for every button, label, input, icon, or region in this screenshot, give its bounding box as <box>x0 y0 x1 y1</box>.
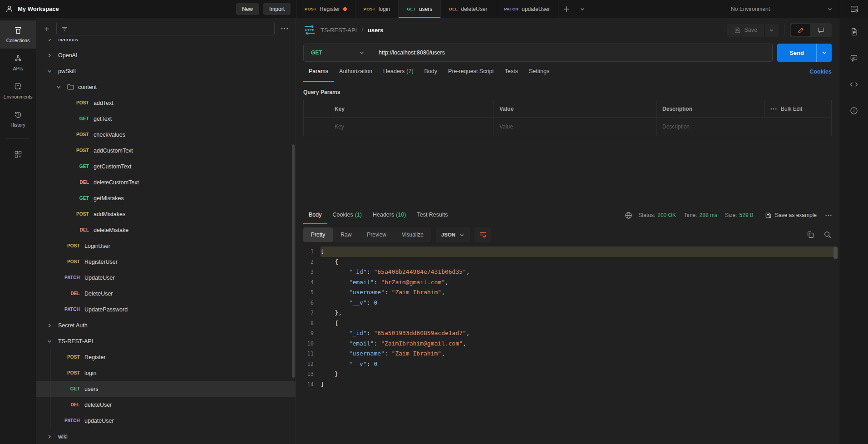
info-icon[interactable] <box>849 106 858 115</box>
folder-content[interactable]: content <box>36 79 296 95</box>
tab-tests[interactable]: Tests <box>499 62 523 82</box>
response-tab-body[interactable]: Body <box>303 206 327 224</box>
collection-TS-REST-API[interactable]: TS-REST-API <box>36 333 296 349</box>
request-tab-login[interactable]: POSTlogin <box>355 0 399 18</box>
tab-authorization[interactable]: Authorization <box>334 62 378 82</box>
collection-wiki[interactable]: wiki <box>36 429 296 444</box>
sidebar-scrollbar[interactable] <box>292 144 295 378</box>
tab-options-chevron-icon[interactable] <box>575 0 590 18</box>
response-more-actions-icon[interactable] <box>825 214 832 216</box>
tab-params[interactable]: Params <box>303 62 334 82</box>
view-raw[interactable]: Raw <box>333 227 359 242</box>
sidebar-item-history[interactable]: History <box>0 105 36 133</box>
view-pretty[interactable]: Pretty <box>303 227 333 242</box>
bulk-edit-button[interactable]: Bulk Edit <box>781 106 802 112</box>
tab-pre-request-script[interactable]: Pre-request Script <box>443 62 499 82</box>
response-body-editor[interactable]: 1[2 {3 "_id": "65a408b244984e7431b06d35"… <box>296 245 839 444</box>
view-visualize[interactable]: Visualize <box>394 227 431 242</box>
request-login[interactable]: POSTlogin <box>36 365 296 381</box>
response-tab-cookies[interactable]: Cookies(1) <box>327 206 367 224</box>
search-input[interactable] <box>56 22 275 35</box>
request-deleteMistake[interactable]: DELdeleteMistake <box>36 222 296 238</box>
cookies-link[interactable]: Cookies <box>809 69 832 75</box>
network-globe-icon[interactable] <box>625 212 632 219</box>
request-Register[interactable]: POSTRegister <box>36 349 296 365</box>
request-addText[interactable]: POSTaddText <box>36 95 296 111</box>
sidebar-item-apis[interactable]: APIs <box>0 49 36 77</box>
comment-icon[interactable] <box>811 24 830 36</box>
chevron-down-icon[interactable] <box>47 69 53 74</box>
chevron-right-icon[interactable] <box>47 323 53 328</box>
new-tab-button[interactable] <box>558 0 575 18</box>
request-tab-deleteUser[interactable]: DELdeleteUser <box>441 0 496 18</box>
request-tab-users[interactable]: GETusers <box>399 0 441 18</box>
request-addMistakes[interactable]: POSTaddMistakes <box>36 206 296 222</box>
format-selector[interactable]: JSON <box>436 227 470 242</box>
new-button[interactable]: New <box>236 3 259 15</box>
environment-quick-look-icon[interactable] <box>840 0 868 18</box>
row-select-cell[interactable] <box>304 118 329 136</box>
request-UpdatePassword[interactable]: PATCHUpdatePassword <box>36 301 296 317</box>
response-scrollbar[interactable] <box>833 247 838 259</box>
request-getCustomText[interactable]: GETgetCustomText <box>36 158 296 174</box>
code-snippet-icon[interactable] <box>849 80 858 89</box>
request-tab-updateUser[interactable]: PATCHupdateUser <box>496 0 559 18</box>
import-button[interactable]: Import <box>263 3 291 15</box>
request-DeleteUser[interactable]: DELDeleteUser <box>36 286 296 301</box>
request-LoginUser[interactable]: POSTLoginUser <box>36 238 296 254</box>
method-selector[interactable]: GET <box>304 49 372 56</box>
request-tab-Register[interactable]: POSTRegister <box>296 0 355 18</box>
request-deleteUser[interactable]: DELdeleteUser <box>36 397 296 413</box>
request-checkValues[interactable]: POSTcheckValues <box>36 127 296 143</box>
request-getMistakes[interactable]: GETgetMistakes <box>36 190 296 206</box>
environment-selector[interactable]: No Environment <box>724 0 840 18</box>
time-value[interactable]: 288 ms <box>700 212 717 218</box>
tab-body[interactable]: Body <box>419 62 443 82</box>
chevron-down-icon[interactable] <box>47 339 53 344</box>
request-users[interactable]: GETusers <box>36 381 296 397</box>
response-tab-test-results[interactable]: Test Results <box>411 206 453 224</box>
collection-Natours[interactable]: Natours <box>36 39 296 47</box>
save-button[interactable]: Save <box>727 24 764 37</box>
request-deleteCustomText[interactable]: DELdeleteCustomText <box>36 174 296 190</box>
chevron-down-icon[interactable] <box>56 85 62 89</box>
status-value[interactable]: 200 OK <box>657 212 676 218</box>
tab-settings[interactable]: Settings <box>523 62 555 82</box>
workspace-title[interactable]: My Workspace <box>18 5 59 12</box>
comments-icon[interactable] <box>849 54 858 63</box>
response-tab-headers[interactable]: Headers(10) <box>367 206 411 224</box>
sidebar-item-environments[interactable]: Environments <box>0 77 36 105</box>
add-collection-button[interactable]: + <box>42 25 52 33</box>
request-updateUser[interactable]: PATCHupdateUser <box>36 413 296 429</box>
request-RegisterUser[interactable]: POSTRegisterUser <box>36 254 296 270</box>
tab-headers[interactable]: Headers(7) <box>378 62 419 82</box>
user-icon[interactable] <box>5 5 13 13</box>
url-input[interactable] <box>372 49 772 56</box>
sidebar-item-collections[interactable]: Collections <box>0 20 36 49</box>
request-getText[interactable]: GETgetText <box>36 111 296 127</box>
param-value-input[interactable] <box>499 123 651 130</box>
collection-Secret Auth[interactable]: Secret Auth <box>36 317 296 333</box>
param-description-input[interactable] <box>662 123 826 130</box>
send-options-chevron-icon[interactable] <box>816 44 832 62</box>
wrap-lines-button[interactable] <box>474 227 491 242</box>
size-value[interactable]: 529 B <box>740 212 754 218</box>
sidebar-more-actions-icon[interactable] <box>279 28 290 30</box>
documentation-icon[interactable] <box>849 27 858 36</box>
collection-OpenAI[interactable]: OpenAI <box>36 47 296 63</box>
save-as-example-button[interactable]: Save as example <box>765 212 817 219</box>
send-button[interactable]: Send <box>777 44 816 62</box>
request-addCustomText[interactable]: POSTaddCustomText <box>36 143 296 158</box>
collection-pwSkill[interactable]: pwSkill <box>36 63 296 79</box>
save-options-chevron-icon[interactable] <box>764 24 779 37</box>
chevron-right-icon[interactable] <box>47 434 53 439</box>
request-UpdateUser[interactable]: PATCHUpdateUser <box>36 270 296 286</box>
more-options-icon[interactable] <box>770 108 777 110</box>
chevron-right-icon[interactable] <box>47 39 53 42</box>
chevron-right-icon[interactable] <box>47 53 53 58</box>
param-key-input[interactable] <box>335 123 488 130</box>
breadcrumb-request-name[interactable]: users <box>368 27 384 34</box>
search-icon[interactable] <box>824 231 832 239</box>
view-preview[interactable]: Preview <box>359 227 394 242</box>
edit-pencil-icon[interactable] <box>791 24 810 36</box>
